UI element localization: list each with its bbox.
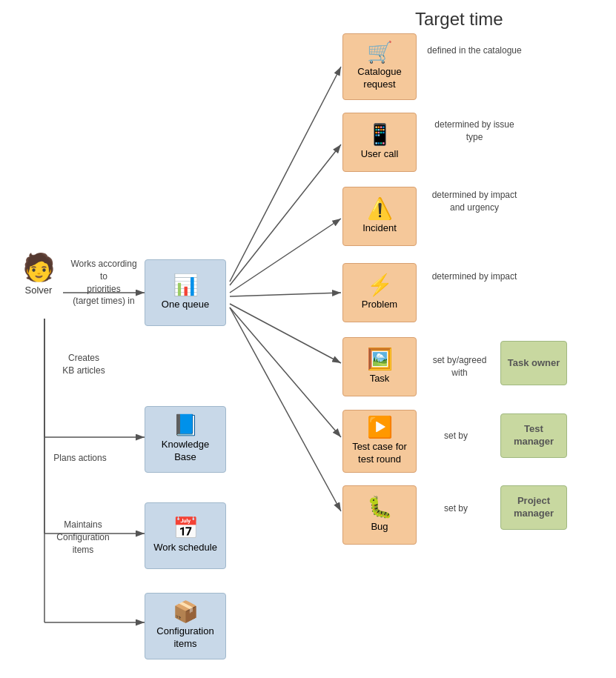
test-case-node: ▶️ Test case for test round: [342, 410, 417, 473]
incident-label: Incident: [362, 222, 397, 235]
test-case-badge: Test manager: [500, 413, 567, 458]
config-items-icon: 📦: [173, 602, 199, 622]
catalogue-label: Catalogue request: [349, 66, 410, 91]
label-creates-kb: CreatesKB articles: [50, 352, 117, 377]
problem-icon: ⚡: [367, 275, 393, 296]
svg-line-13: [230, 308, 341, 437]
incident-icon: ⚠️: [367, 199, 393, 219]
test-case-icon: ▶️: [367, 417, 393, 438]
one-queue-label: One queue: [162, 299, 209, 311]
user-call-icon: 📱: [367, 124, 393, 145]
user-call-time-label: determined by issue type: [426, 119, 523, 144]
task-node: 🖼️ Task: [342, 337, 417, 396]
label-works-according: Works according topriorities(target time…: [67, 258, 141, 308]
one-queue-icon: 📊: [173, 275, 199, 296]
task-time-label: set by/agreed with: [426, 354, 493, 379]
task-icon: 🖼️: [367, 349, 393, 370]
solver-figure: 🧑 Solver: [16, 252, 61, 296]
work-schedule-icon: 📅: [173, 518, 199, 539]
user-call-node: 📱 User call: [342, 113, 417, 172]
catalogue-icon: 🛒: [367, 42, 393, 63]
task-label: Task: [370, 373, 390, 385]
solver-avatar: 🧑: [16, 252, 61, 283]
bug-time-label: set by: [426, 502, 486, 515]
diagram: Target time 🧑 Solver Works according top…: [0, 0, 616, 678]
svg-line-14: [230, 308, 341, 511]
task-badge: Task owner: [500, 341, 567, 385]
task-badge-label: Task owner: [508, 357, 560, 370]
config-items-node: 📦 Configuration items: [145, 593, 226, 659]
work-schedule-node: 📅 Work schedule: [145, 502, 226, 569]
problem-node: ⚡ Problem: [342, 263, 417, 322]
page-title: Target time: [415, 9, 503, 30]
arrows-svg: [0, 0, 616, 678]
bug-icon: 🐛: [367, 497, 393, 518]
knowledge-base-icon: 📘: [173, 415, 199, 436]
user-call-label: User call: [361, 148, 399, 161]
knowledge-base-node: 📘 Knowledge Base: [145, 406, 226, 473]
svg-line-10: [230, 219, 341, 293]
work-schedule-label: Work schedule: [153, 542, 217, 554]
incident-time-label: determined by impact and urgency: [426, 189, 523, 214]
label-plans-actions: Plans actions: [50, 452, 110, 465]
svg-line-8: [230, 67, 341, 282]
catalogue-node: 🛒 Catalogue request: [342, 33, 417, 100]
knowledge-base-label: Knowledge Base: [151, 439, 219, 464]
problem-label: Problem: [362, 299, 397, 311]
label-maintains-config: MaintainsConfigurationitems: [46, 519, 120, 556]
bug-badge-label: Project manager: [507, 495, 560, 520]
bug-badge: Project manager: [500, 485, 567, 530]
problem-time-label: determined by impact: [426, 270, 523, 283]
incident-node: ⚠️ Incident: [342, 187, 417, 246]
solver-label: Solver: [16, 285, 61, 296]
svg-line-11: [230, 293, 341, 296]
one-queue-node: 📊 One queue: [145, 259, 226, 326]
svg-line-12: [230, 304, 341, 363]
config-items-label: Configuration items: [151, 625, 219, 651]
test-case-time-label: set by: [426, 430, 486, 442]
test-case-label: Test case for test round: [349, 441, 410, 466]
catalogue-time-label: defined in the catalogue: [426, 44, 523, 57]
bug-label: Bug: [371, 521, 388, 534]
test-case-badge-label: Test manager: [507, 423, 560, 448]
svg-line-9: [230, 144, 341, 285]
bug-node: 🐛 Bug: [342, 485, 417, 545]
